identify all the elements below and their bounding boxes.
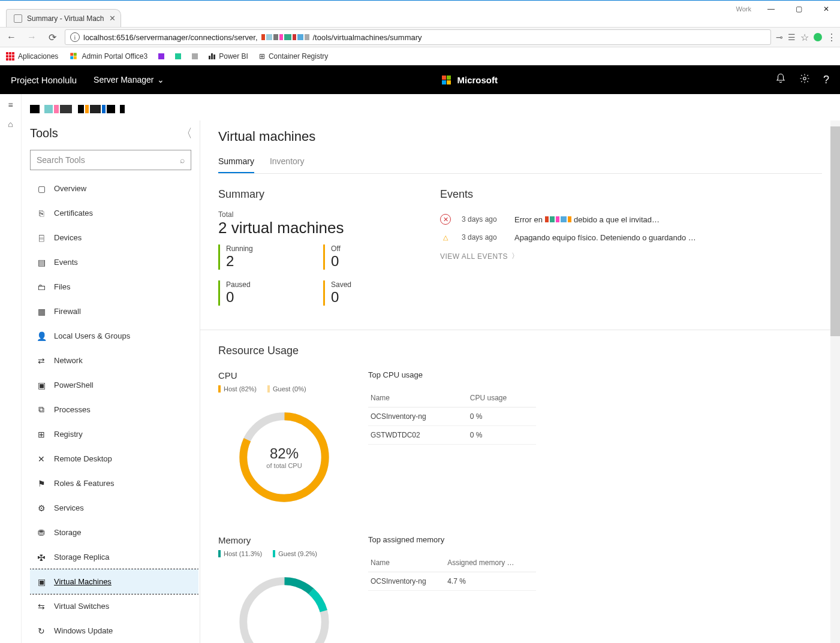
col-name[interactable]: Name bbox=[368, 389, 468, 407]
tool-windows-update[interactable]: ↻Windows Update bbox=[30, 618, 198, 643]
server-manager-menu[interactable]: Server Manager ⌄ bbox=[94, 75, 164, 84]
menu-icon[interactable]: ≡ bbox=[5, 99, 17, 111]
tool-label: Overview bbox=[54, 184, 86, 193]
roles-icon: ⚑ bbox=[36, 478, 47, 489]
event-time: 3 days ago bbox=[462, 233, 504, 241]
cell-value: 0 % bbox=[468, 426, 536, 445]
event-text: debido a que el invitad… bbox=[574, 215, 660, 224]
microsoft-label: Microsoft bbox=[457, 75, 498, 85]
memory-title: Memory bbox=[218, 535, 350, 545]
close-window-button[interactable]: ✕ bbox=[812, 0, 840, 18]
chevron-down-icon: ⌄ bbox=[157, 75, 164, 84]
col-memory[interactable]: Assigned memory … bbox=[445, 554, 536, 572]
scrollbar-thumb[interactable] bbox=[830, 126, 840, 336]
tool-storage[interactable]: ⛃Storage bbox=[30, 520, 198, 545]
bookmark-anon1[interactable] bbox=[158, 53, 164, 59]
app-title[interactable]: Project Honolulu bbox=[11, 75, 77, 85]
tool-certificates[interactable]: ⎘Certificates bbox=[30, 201, 198, 225]
tool-remote-desktop[interactable]: ✕Remote Desktop bbox=[30, 446, 198, 471]
tool-overview[interactable]: ▢Overview bbox=[30, 176, 198, 201]
address-bar[interactable]: i localhost:6516/servermanager/connectio… bbox=[65, 29, 771, 45]
col-name[interactable]: Name bbox=[368, 554, 445, 572]
help-icon[interactable]: ? bbox=[823, 74, 829, 86]
scrollbar[interactable] bbox=[830, 120, 840, 643]
memory-legend: Host (11.3%) Guest (9.2%) bbox=[218, 550, 350, 557]
table-row[interactable]: GSTWDTDC020 % bbox=[368, 426, 536, 445]
bookmark-label: Power BI bbox=[219, 52, 248, 61]
overview-icon: ▢ bbox=[36, 183, 47, 194]
event-text: Apagando equipo físico. Deteniendo o gua… bbox=[514, 233, 822, 242]
memory-row: Memory Host (11.3%) Guest (9.2%) bbox=[218, 535, 822, 643]
forward-button[interactable]: → bbox=[24, 29, 40, 45]
profile-label: Work bbox=[736, 0, 751, 18]
stat-label: Paused bbox=[226, 280, 311, 289]
summary-heading: Summary bbox=[218, 188, 416, 201]
total-value: 2 virtual machines bbox=[218, 219, 416, 237]
stat-paused: Paused 0 bbox=[218, 280, 311, 306]
tab-summary[interactable]: Summary bbox=[218, 156, 254, 173]
apps-button[interactable]: Aplicaciones bbox=[6, 52, 58, 61]
notifications-icon[interactable] bbox=[775, 73, 786, 86]
tab-close-icon[interactable]: ✕ bbox=[109, 14, 116, 23]
tab-inventory[interactable]: Inventory bbox=[270, 156, 305, 173]
tools-search-input[interactable]: Search Tools ⌕ bbox=[30, 150, 191, 170]
tool-registry[interactable]: ⊞Registry bbox=[30, 422, 198, 446]
view-all-events-link[interactable]: VIEW ALL EVENTS 〉 bbox=[440, 251, 822, 261]
tool-firewall[interactable]: ▦Firewall bbox=[30, 299, 198, 324]
reload-button[interactable]: ⟳ bbox=[44, 29, 60, 45]
key-icon[interactable]: ⊸ bbox=[776, 32, 783, 42]
maximize-button[interactable]: ▢ bbox=[785, 0, 812, 18]
collapse-panel-icon[interactable]: 〈 bbox=[180, 125, 192, 141]
window-controls: Work — ▢ ✕ bbox=[736, 0, 840, 18]
bookmark-anon2[interactable] bbox=[175, 53, 181, 59]
summary-block: Summary Total 2 virtual machines Running… bbox=[218, 188, 416, 306]
tool-label: Services bbox=[54, 503, 84, 512]
star-icon[interactable]: ☆ bbox=[800, 32, 809, 43]
server-name-breadcrumb bbox=[22, 94, 840, 120]
apps-icon bbox=[6, 52, 14, 61]
tool-label: PowerShell bbox=[54, 381, 94, 390]
resource-heading: Resource Usage bbox=[218, 345, 822, 357]
certificates-icon: ⎘ bbox=[36, 208, 47, 219]
bookmark-registry[interactable]: ⊞ Container Registry bbox=[259, 52, 328, 61]
event-row-warning[interactable]: △ 3 days ago Apagando equipo físico. Det… bbox=[440, 228, 822, 246]
settings-icon[interactable] bbox=[799, 73, 810, 86]
browser-tab[interactable]: Summary - Virtual Mach ✕ bbox=[6, 9, 121, 27]
tool-powershell[interactable]: ▣PowerShell bbox=[30, 373, 198, 397]
col-usage[interactable]: CPU usage bbox=[468, 389, 536, 407]
tool-virtual-switches[interactable]: ⇆Virtual Switches bbox=[30, 594, 198, 618]
bookmark-powerbi[interactable]: Power BI bbox=[209, 52, 248, 61]
home-icon[interactable]: ⌂ bbox=[5, 118, 17, 130]
vswitch-icon: ⇆ bbox=[36, 601, 47, 612]
tool-network[interactable]: ⇄Network bbox=[30, 348, 198, 373]
table-row[interactable]: OCSInventory-ng0 % bbox=[368, 407, 536, 426]
table-row[interactable]: OCSInventory-ng4.7 % bbox=[368, 572, 536, 591]
extension-icon[interactable] bbox=[814, 33, 822, 41]
site-info-icon[interactable]: i bbox=[70, 32, 80, 42]
tool-processes[interactable]: ⧉Processes bbox=[30, 397, 198, 422]
minimize-button[interactable]: — bbox=[757, 0, 785, 18]
tab-favicon bbox=[14, 14, 22, 23]
tool-services[interactable]: ⚙Services bbox=[30, 496, 198, 520]
bookmark-anon3[interactable] bbox=[192, 53, 198, 59]
tool-storage-replica[interactable]: ⧾Storage Replica bbox=[30, 545, 198, 569]
bookmark-admin[interactable]: Admin Portal Office3 bbox=[69, 52, 147, 61]
view-all-label: VIEW ALL EVENTS bbox=[440, 252, 508, 261]
tool-virtual-machines[interactable]: ▣Virtual Machines bbox=[30, 569, 198, 594]
browser-menu-icon[interactable]: ⋮ bbox=[827, 32, 836, 43]
cpu-legend: Host (82%) Guest (0%) bbox=[218, 385, 350, 393]
container-icon: ⊞ bbox=[259, 52, 265, 61]
tool-files[interactable]: 🗀Files bbox=[30, 274, 198, 299]
event-row-error[interactable]: ✕ 3 days ago Error en debido a que el in… bbox=[440, 210, 822, 228]
tool-users[interactable]: 👤Local Users & Groups bbox=[30, 324, 198, 348]
tool-roles[interactable]: ⚑Roles & Features bbox=[30, 471, 198, 496]
cell-value: 0 % bbox=[468, 407, 536, 426]
tool-label: Files bbox=[54, 282, 70, 291]
tool-devices[interactable]: ⌸Devices bbox=[30, 225, 198, 250]
vm-icon: ▣ bbox=[36, 576, 47, 587]
tool-events[interactable]: ▤Events bbox=[30, 250, 198, 274]
back-button[interactable]: ← bbox=[4, 29, 19, 45]
translate-icon[interactable]: ☰ bbox=[788, 32, 796, 42]
stat-label: Saved bbox=[331, 280, 416, 289]
memory-donut-chart bbox=[230, 568, 338, 643]
